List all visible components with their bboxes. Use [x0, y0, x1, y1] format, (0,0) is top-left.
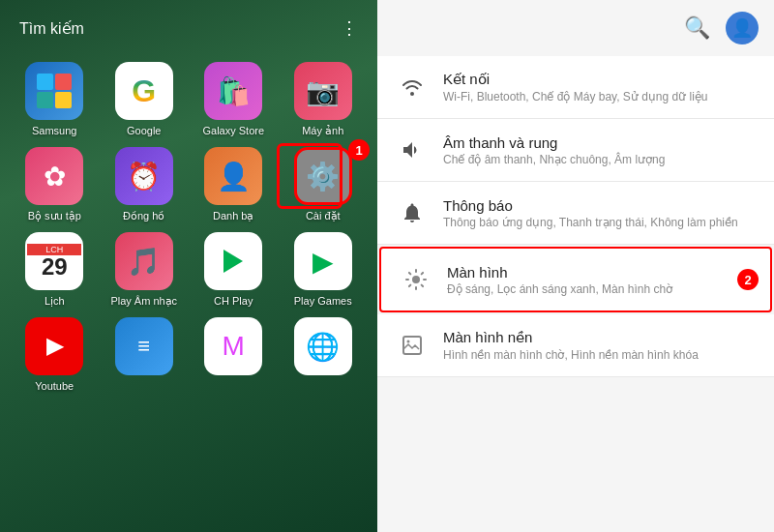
youtube-icon: ▶	[25, 317, 83, 375]
app-camera[interactable]: 📷 Máy ảnh	[281, 62, 367, 137]
wifi-icon	[395, 70, 430, 104]
app-clock[interactable]: ⏰ Đồng hồ	[102, 147, 188, 222]
settings-text-thong-bao: Thông báo Thông báo ứng dụng, Thanh trạn…	[443, 197, 757, 229]
playgames-icon: ▶	[294, 232, 352, 290]
volume-icon	[395, 133, 430, 167]
meitu-icon: M	[204, 317, 262, 375]
app-chplay-label: CH Play	[214, 295, 253, 307]
sun-icon	[399, 262, 433, 297]
calendar-icon: LCH 29	[25, 232, 83, 290]
svg-rect-1	[403, 337, 421, 354]
settings-title-thong-bao: Thông báo	[443, 197, 757, 214]
settings-item-ket-noi[interactable]: Kết nối Wi-Fi, Bluetooth, Chế độ Máy bay…	[377, 56, 774, 119]
right-header: 🔍 👤	[377, 0, 774, 56]
app-google-label: Google	[127, 125, 161, 136]
bell-icon	[395, 195, 430, 230]
camera-icon: 📷	[294, 62, 352, 120]
app-music[interactable]: 🎵 Play Âm nhạc	[102, 232, 188, 308]
svg-point-0	[412, 276, 420, 283]
app-calendar[interactable]: LCH 29 Lịch	[12, 232, 98, 308]
settings-item-thong-bao[interactable]: Thông báo Thông báo ứng dụng, Thanh trạn…	[377, 182, 774, 245]
app-samsung[interactable]: Samsung	[12, 62, 98, 137]
avatar[interactable]: 👤	[726, 12, 759, 44]
chrome-icon: 🌐	[294, 317, 352, 375]
app-youtube-label: Youtube	[35, 380, 74, 392]
settings-desc-am-thanh: Chế độ âm thanh, Nhạc chuông, Âm lượng	[443, 153, 757, 166]
app-something[interactable]: ≡	[102, 317, 188, 392]
something-icon: ≡	[115, 317, 173, 375]
settings-text-am-thanh: Âm thanh và rung Chế độ âm thanh, Nhạc c…	[443, 134, 757, 166]
app-contacts[interactable]: 👤 Danh bạ	[191, 147, 277, 222]
app-collection[interactable]: ✿ Bộ sưu tập	[12, 147, 98, 222]
settings-badge: 1	[348, 139, 370, 161]
app-chrome[interactable]: 🌐	[281, 317, 367, 392]
app-settings[interactable]: ⚙️ Cài đặt 1	[281, 147, 367, 222]
galaxy-store-icon: 🛍️	[204, 62, 262, 120]
left-panel: Tìm kiếm ⋮ Samsung G Google	[0, 0, 377, 532]
settings-title-ket-noi: Kết nối	[443, 71, 757, 88]
app-music-label: Play Âm nhạc	[110, 295, 177, 308]
app-settings-label: Cài đặt	[306, 210, 341, 222]
app-galaxy-store-label: Galaxy Store	[202, 125, 264, 136]
app-youtube[interactable]: ▶ Youtube	[12, 317, 98, 392]
app-chplay[interactable]: CH Play	[191, 232, 277, 308]
search-bar: Tìm kiếm ⋮	[8, 10, 370, 46]
google-icon: G	[115, 62, 173, 120]
settings-title-man-hinh-nen: Màn hình nền	[443, 329, 757, 346]
settings-app-icon: ⚙️	[294, 147, 352, 205]
app-camera-label: Máy ảnh	[302, 125, 343, 137]
app-calendar-label: Lịch	[45, 295, 65, 308]
app-clock-label: Đồng hồ	[123, 210, 164, 222]
settings-desc-man-hinh: Độ sáng, Lọc ánh sáng xanh, Màn hình chờ	[447, 282, 753, 296]
settings-desc-ket-noi: Wi-Fi, Bluetooth, Chế độ Máy bay, Sử dụn…	[443, 90, 757, 103]
man-hinh-badge: 2	[737, 269, 759, 290]
app-google[interactable]: G Google	[102, 62, 188, 137]
app-playgames-label: Play Games	[294, 295, 352, 307]
music-icon: 🎵	[115, 232, 173, 290]
chplay-icon	[204, 232, 262, 290]
right-panel: 🔍 👤 Kết nối Wi-Fi, Bluetooth, Chế độ Máy…	[377, 0, 774, 532]
settings-desc-thong-bao: Thông báo ứng dụng, Thanh trạng thái, Kh…	[443, 216, 757, 229]
app-samsung-label: Samsung	[32, 125, 76, 136]
settings-text-man-hinh: Màn hình Độ sáng, Lọc ánh sáng xanh, Màn…	[447, 264, 753, 296]
clock-icon: ⏰	[115, 147, 173, 205]
settings-desc-man-hinh-nen: Hình nền màn hình chờ, Hình nền màn hình…	[443, 348, 757, 362]
app-contacts-label: Danh bạ	[213, 210, 253, 222]
settings-item-man-hinh-nen[interactable]: Màn hình nền Hình nền màn hình chờ, Hình…	[377, 314, 774, 377]
settings-list: Kết nối Wi-Fi, Bluetooth, Chế độ Máy bay…	[377, 56, 774, 532]
samsung-icon	[25, 62, 83, 120]
avatar-icon: 👤	[731, 17, 753, 39]
svg-point-2	[407, 340, 410, 343]
contacts-icon: 👤	[204, 147, 262, 205]
app-grid: Samsung G Google 🛍️ Galaxy Store 📷 Máy ả…	[8, 62, 370, 392]
dots-menu-icon[interactable]: ⋮	[341, 17, 358, 39]
settings-text-man-hinh-nen: Màn hình nền Hình nền màn hình chờ, Hình…	[443, 329, 757, 362]
search-icon[interactable]: 🔍	[684, 15, 710, 41]
settings-text-ket-noi: Kết nối Wi-Fi, Bluetooth, Chế độ Máy bay…	[443, 71, 757, 103]
settings-item-am-thanh[interactable]: Âm thanh và rung Chế độ âm thanh, Nhạc c…	[377, 119, 774, 182]
settings-item-man-hinh[interactable]: Màn hình Độ sáng, Lọc ánh sáng xanh, Màn…	[379, 247, 772, 312]
app-collection-label: Bộ sưu tập	[28, 210, 81, 222]
app-playgames[interactable]: ▶ Play Games	[281, 232, 367, 308]
wallpaper-icon	[395, 328, 430, 363]
settings-title-am-thanh: Âm thanh và rung	[443, 134, 757, 151]
app-galaxy-store[interactable]: 🛍️ Galaxy Store	[191, 62, 277, 137]
app-meitu[interactable]: M	[191, 317, 277, 392]
settings-title-man-hinh: Màn hình	[447, 264, 753, 281]
collection-icon: ✿	[25, 147, 83, 205]
search-label: Tìm kiếm	[19, 19, 84, 38]
